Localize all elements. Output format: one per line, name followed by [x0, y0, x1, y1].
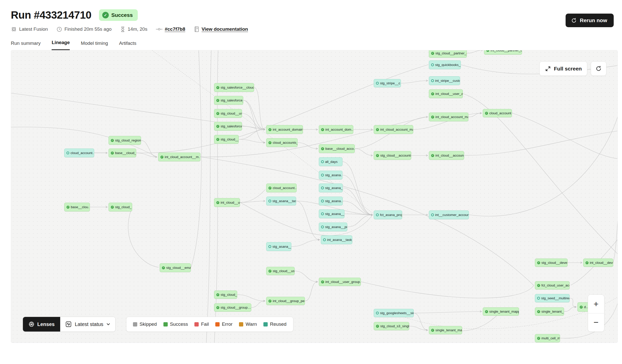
refresh-graph-button[interactable] — [591, 61, 606, 76]
graph-node-n45[interactable]: ✓int_cloud__group_per… — [266, 297, 305, 305]
graph-node-n6[interactable]: ✓int_account_domain… — [266, 125, 303, 134]
tab-artifacts[interactable]: Artifacts — [119, 41, 136, 50]
graph-node-n31[interactable]: int__customer_account… — [429, 210, 469, 219]
rerun-now-button[interactable]: Rerun now — [566, 14, 614, 27]
graph-node-n26[interactable]: cloud_account… — [64, 149, 94, 157]
node-label: fct_asana_proj… — [380, 213, 402, 217]
graph-node-n27[interactable]: ✓int_cloud_account__m… — [158, 153, 200, 161]
graph-node-n48[interactable]: ✓single_tenant_mapp… — [483, 307, 519, 316]
graph-node-n5[interactable]: ✓stg_cloud__… — [214, 135, 239, 144]
graph-node-n39[interactable]: ✓cloud_account… — [483, 109, 512, 117]
node-reused-icon — [431, 63, 434, 66]
view-documentation-link[interactable]: View documentation — [202, 26, 248, 32]
node-reused-icon — [321, 174, 324, 176]
node-reused-icon — [66, 152, 69, 154]
zoom-in-button[interactable]: + — [588, 295, 604, 313]
legend-label: Success — [170, 321, 188, 327]
lineage-edges — [11, 50, 618, 343]
legend-swatch — [133, 322, 137, 326]
fusion-atom-icon — [11, 26, 17, 32]
legend-swatch — [163, 322, 168, 326]
tab-lineage[interactable]: Lineage — [52, 40, 70, 50]
graph-node-n32[interactable]: stg_stripe__c… — [374, 79, 401, 87]
node-success-icon: ✓ — [431, 92, 434, 95]
node-label: stg_asana… — [325, 173, 342, 177]
graph-node-n43[interactable]: ✓stg_cloud_… — [214, 290, 237, 299]
node-success-icon: ✓ — [160, 156, 163, 159]
graph-node-n9[interactable]: ✓cloud_accounts_… — [266, 138, 298, 147]
graph-node-n44[interactable]: ✓stg_cloud__group… — [214, 303, 251, 312]
graph-node-n15[interactable]: stg_asana_… — [319, 184, 343, 192]
lenses-button[interactable]: Lenses — [23, 317, 60, 332]
graph-node-n20[interactable]: stg_asana__… — [266, 242, 291, 251]
node-label: base__cloud_acco… — [325, 147, 355, 151]
graph-node-n37[interactable]: ✓int_cloud__partner_con… — [484, 50, 522, 55]
commit-link[interactable]: #cc7f7b8 — [165, 26, 185, 32]
graph-node-n51[interactable]: ✓int_cloud__devel… — [583, 259, 613, 267]
graph-node-n24[interactable]: ✓stg_cloud_region… — [109, 136, 141, 145]
meta-commit[interactable]: #cc7f7b8 — [156, 26, 185, 32]
chevron-down-icon — [106, 322, 110, 326]
node-label: int_account_dom… — [325, 128, 353, 131]
full-screen-button[interactable]: Full screen — [539, 61, 587, 76]
graph-node-n47[interactable]: ✓stg_cloud_s3_singl… — [374, 322, 409, 330]
graph-node-n11[interactable]: ✓stg_cloud__accounts… — [374, 151, 411, 160]
node-success-icon: ✓ — [486, 50, 489, 52]
node-reused-icon — [321, 160, 324, 163]
graph-node-n3[interactable]: ✓stg_cloud__us… — [214, 109, 242, 118]
graph-node-n25[interactable]: ✓base__cloud_… — [109, 149, 136, 157]
graph-node-n28[interactable]: ✓base__clou… — [64, 203, 90, 211]
graph-node-n19[interactable]: int_asana__task_s… — [321, 235, 352, 244]
lens-selector[interactable]: Latest status — [60, 317, 115, 332]
graph-node-n21[interactable]: ✓cloud_account… — [266, 184, 297, 192]
graph-node-n13[interactable]: all_days — [319, 157, 342, 166]
graph-node-n10[interactable]: ✓base__cloud_acco… — [319, 144, 355, 153]
graph-node-n46[interactable]: stg_googlesheets__sin… — [374, 309, 414, 317]
status-legend: SkippedSuccessFailErrorWarnReused — [126, 317, 293, 332]
node-label: int_cloud__user_group… — [325, 280, 361, 284]
graph-node-n22[interactable]: stg_asana__tas… — [266, 197, 296, 205]
legend-swatch — [194, 322, 199, 326]
graph-node-n41[interactable]: ✓stg_cloud__us… — [266, 267, 295, 275]
graph-node-n53[interactable]: stg_seed__multireg… — [535, 294, 570, 302]
lenses-bar: Lenses Latest status — [23, 317, 116, 332]
graph-node-n30[interactable]: fct_asana_proj… — [374, 210, 402, 219]
legend-label: Fail — [201, 321, 209, 327]
graph-node-n1[interactable]: ✓stg_salesforce__cloud_… — [214, 83, 254, 92]
lineage-canvas[interactable]: ✓stg_salesforce__cloud_…✓stg_salesforce_… — [11, 50, 618, 343]
graph-node-n55[interactable]: ✓multi_cell_m… — [535, 334, 560, 342]
graph-node-n49[interactable]: ✓single_tenant_map… — [429, 326, 462, 334]
graph-node-n36[interactable]: ✓int_cloud__user_ac… — [429, 89, 463, 98]
zoom-out-button[interactable]: − — [588, 313, 604, 332]
meta-docs[interactable]: View documentation — [194, 26, 248, 32]
node-label: stg_cloud_… — [115, 205, 132, 209]
graph-node-n14[interactable]: stg_asana… — [319, 171, 342, 179]
tab-run-summary[interactable]: Run summary — [11, 41, 41, 50]
graph-node-n17[interactable]: stg_asana__… — [319, 209, 344, 218]
graph-node-n50[interactable]: ✓stg_cloud__devel… — [535, 259, 568, 267]
graph-node-n54[interactable]: ✓single_tenant_… — [535, 307, 564, 316]
graph-node-n23[interactable]: ✓int_cloud__us… — [214, 198, 240, 207]
graph-node-n8[interactable]: ✓int_cloud_account_ma… — [374, 125, 413, 134]
graph-node-n16[interactable]: stg_asana… — [319, 197, 343, 205]
graph-node-n7[interactable]: ✓int_account_dom… — [319, 125, 353, 134]
graph-node-n34[interactable]: stg_quickbooks__a… — [429, 60, 461, 69]
graph-node-n40[interactable]: ✓stg_cloud__email… — [160, 263, 191, 272]
full-screen-label: Full screen — [554, 66, 582, 72]
node-label: stg_asana__… — [272, 245, 291, 248]
graph-node-n42[interactable]: ✓int_cloud__user_group… — [319, 278, 361, 286]
node-success-icon: ✓ — [537, 261, 540, 264]
graph-node-n38[interactable]: ✓int_cloud_account_ma… — [429, 113, 468, 121]
lenses-label: Lenses — [37, 321, 55, 327]
graph-node-n2[interactable]: ✓stg_salesforce_… — [214, 96, 243, 105]
graph-node-n52[interactable]: ✓fct_cloud_user_acc… — [535, 281, 570, 289]
graph-node-n35[interactable]: int_stripe__custo… — [429, 76, 460, 85]
meta-finished: Finished 20m 55s ago — [56, 26, 112, 32]
graph-node-n4[interactable]: ✓stg_salesforce… — [214, 122, 242, 131]
graph-node-n29[interactable]: ✓stg_cloud_… — [109, 203, 132, 211]
tab-model-timing[interactable]: Model timing — [81, 41, 108, 50]
node-label: multi_cell_m… — [541, 336, 560, 340]
graph-node-n33[interactable]: ✓stg_cloud__partner_c… — [429, 50, 467, 58]
graph-node-n12[interactable]: ✓int_cloud__accoun… — [429, 151, 464, 160]
graph-node-n18[interactable]: stg_asana__pr… — [319, 223, 347, 231]
